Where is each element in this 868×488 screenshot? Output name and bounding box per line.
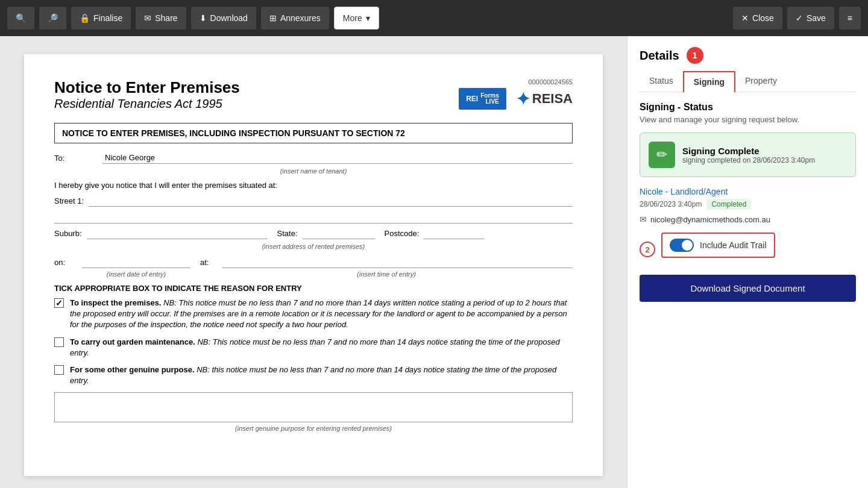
- sidebar-tabs: Status Signing Property: [640, 71, 856, 92]
- download-icon: ⬇: [200, 13, 207, 23]
- star-icon: ✦: [516, 89, 530, 109]
- save-button[interactable]: ✓ Save: [787, 7, 834, 30]
- tick-text-3: For some other genuine purpose. NB: this…: [70, 364, 573, 386]
- agent-date: 28/06/2023 3:40pm: [640, 200, 702, 208]
- audit-trail-toggle[interactable]: [670, 239, 694, 252]
- tick-title: TICK APPROPRIATE BOX TO INDICATE THE REA…: [54, 284, 573, 293]
- tick-item-2: To carry out garden maintenance. NB: Thi…: [54, 337, 573, 358]
- tab-status[interactable]: Status: [640, 71, 683, 92]
- download-button[interactable]: ⬇ Download: [191, 7, 256, 30]
- zoom-icon: 🔎: [48, 13, 58, 23]
- signing-section: Signing - Status View and manage your si…: [627, 92, 868, 311]
- more-label: More: [343, 13, 362, 23]
- completed-badge: Completed: [706, 199, 751, 210]
- date-input[interactable]: [82, 256, 190, 268]
- document-header: Notice to Enter Premises Residential Ten…: [54, 78, 573, 111]
- to-label: To:: [54, 154, 102, 163]
- doc-main-title: Notice to Enter Premises: [54, 78, 240, 97]
- doc-subtitle: Residential Tenancies Act 1995: [54, 97, 240, 111]
- email-icon: ✉: [640, 214, 647, 224]
- suburb-label: Suburb:: [54, 229, 82, 238]
- state-label: State:: [277, 229, 298, 238]
- check-icon: ✓: [796, 13, 803, 23]
- tick-item-3: For some other genuine purpose. NB: this…: [54, 364, 573, 386]
- suburb-input[interactable]: [87, 227, 268, 239]
- more-button[interactable]: More ▾: [334, 7, 379, 30]
- audit-trail-row: Include Audit Trail: [661, 233, 775, 258]
- agent-link[interactable]: Nicole - Landlord/Agent: [640, 187, 856, 196]
- street2-input[interactable]: [54, 210, 573, 224]
- audit-row-wrapper: 2 Include Audit Trail: [640, 233, 856, 266]
- on-caption: (insert date of entry): [82, 271, 190, 278]
- annexures-button[interactable]: ⊞ Annexures: [261, 7, 329, 30]
- main-layout: Notice to Enter Premises Residential Ten…: [0, 36, 868, 488]
- tab-property[interactable]: Property: [735, 71, 787, 92]
- checkbox-3[interactable]: [54, 365, 64, 375]
- audit-trail-label: Include Audit Trail: [700, 240, 767, 250]
- pen-icon: ✏: [649, 142, 675, 168]
- at-caption: (insert time of entry): [200, 271, 573, 278]
- street1-label: Street 1:: [54, 196, 84, 205]
- sidebar: Details 1 Status Signing Property Signin…: [627, 36, 868, 488]
- to-caption: (insert name of tenant): [54, 167, 573, 175]
- postcode-label: Postcode:: [385, 229, 420, 238]
- tab-signing[interactable]: Signing: [683, 71, 735, 92]
- toolbar: 🔍 🔎 🔒 Finalise ✉ Share ⬇ Download ⊞ Anne…: [0, 0, 868, 36]
- tick-text-2: To carry out garden maintenance. NB: Thi…: [70, 337, 573, 358]
- download-signed-button[interactable]: Download Signed Document: [640, 275, 856, 302]
- to-row: To:: [54, 152, 573, 164]
- signing-complete-title: Signing Complete: [682, 146, 815, 156]
- search-button[interactable]: 🔍: [7, 7, 34, 30]
- grid-icon: ⊞: [269, 13, 277, 23]
- close-icon: ✕: [741, 13, 749, 23]
- zoom-button[interactable]: 🔎: [39, 7, 66, 30]
- to-input[interactable]: [102, 152, 573, 164]
- finalise-button[interactable]: 🔒 Finalise: [71, 7, 131, 30]
- postcode-input[interactable]: [424, 227, 484, 239]
- on-label: on:: [54, 258, 72, 267]
- agent-meta: 28/06/2023 3:40pm Completed: [640, 199, 856, 210]
- suburb-row: Suburb: State: Postcode:: [54, 227, 573, 239]
- signing-status-desc: View and manage your signing request bel…: [640, 115, 856, 124]
- street1-row: Street 1:: [54, 195, 573, 207]
- document-area: Notice to Enter Premises Residential Ten…: [0, 36, 627, 488]
- reisa-logo: ✦ REISA: [516, 89, 573, 109]
- hamburger-icon: ≡: [848, 13, 852, 23]
- document-id: 000000024565: [459, 78, 573, 86]
- purpose-caption: (insert genuine purpose for entering ren…: [54, 425, 573, 432]
- purpose-input-box[interactable]: [54, 392, 573, 422]
- document-paper: Notice to Enter Premises Residential Ten…: [24, 54, 603, 476]
- checkbox-2[interactable]: [54, 337, 64, 347]
- rfl-logo: REI FormsLIVE: [459, 88, 506, 110]
- form-title: NOTICE TO ENTER PREMISES, INCLUDING INSP…: [54, 123, 573, 143]
- sidebar-header: Details 1: [627, 36, 868, 64]
- state-input[interactable]: [303, 227, 375, 239]
- at-label: at:: [200, 258, 212, 267]
- logos: REI FormsLIVE ✦ REISA: [459, 88, 573, 110]
- share-icon: ✉: [144, 13, 151, 23]
- agent-section: Nicole - Landlord/Agent 28/06/2023 3:40p…: [640, 187, 856, 224]
- tick-section: TICK APPROPRIATE BOX TO INDICATE THE REA…: [54, 284, 573, 432]
- premises-text: I hereby give you notice that I will ent…: [54, 181, 573, 190]
- tick-item-1: ✓ To inspect the premises. NB: This noti…: [54, 298, 573, 331]
- document-title-block: Notice to Enter Premises Residential Ten…: [54, 78, 240, 111]
- chevron-down-icon: ▾: [366, 13, 370, 23]
- street1-input[interactable]: [89, 195, 573, 207]
- search-icon: 🔍: [16, 13, 26, 23]
- agent-email-text: nicoleg@dynamicmethods.com.au: [650, 215, 770, 224]
- sidebar-title: Details: [640, 49, 679, 63]
- signing-complete-card: ✏ Signing Complete signing completed on …: [640, 133, 856, 177]
- checkbox-1[interactable]: ✓: [54, 298, 64, 308]
- on-at-captions: (insert date of entry) (insert time of e…: [54, 271, 573, 278]
- notification-badge[interactable]: 1: [687, 47, 703, 64]
- on-at-row: on: at:: [54, 256, 573, 268]
- signing-status-title: Signing - Status: [640, 102, 856, 113]
- address-caption: (insert address of rented premises): [54, 243, 573, 250]
- menu-button[interactable]: ≡: [839, 7, 861, 30]
- time-input[interactable]: [222, 256, 573, 268]
- close-button[interactable]: ✕ Close: [733, 7, 782, 30]
- lock-icon: 🔒: [80, 13, 90, 23]
- signing-complete-date: signing completed on 28/06/2023 3:40pm: [682, 156, 815, 164]
- share-button[interactable]: ✉ Share: [136, 7, 186, 30]
- agent-email-row: ✉ nicoleg@dynamicmethods.com.au: [640, 214, 856, 224]
